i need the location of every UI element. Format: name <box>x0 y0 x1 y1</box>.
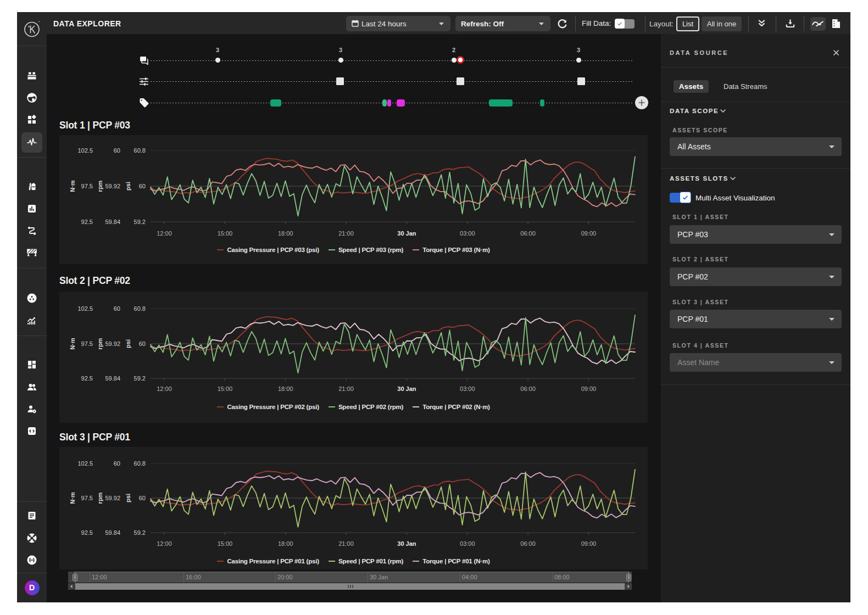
svg-text:102.5: 102.5 <box>77 460 93 467</box>
svg-text:59.2: 59.2 <box>134 375 146 382</box>
svg-text:59.92: 59.92 <box>105 340 120 347</box>
svg-text:N·m: N·m <box>69 180 76 192</box>
svg-text:59.84: 59.84 <box>105 375 120 382</box>
svg-text:102.5: 102.5 <box>77 305 93 312</box>
svg-text:N·m: N·m <box>69 492 76 504</box>
svg-text:59.92: 59.92 <box>105 495 120 501</box>
svg-text:psi: psi <box>125 494 131 502</box>
svg-text:18:00: 18:00 <box>278 230 293 237</box>
svg-text:03:00: 03:00 <box>460 540 475 547</box>
svg-text:30 Jan: 30 Jan <box>397 385 416 392</box>
svg-text:97.5: 97.5 <box>81 183 93 189</box>
svg-text:N·m: N·m <box>69 338 76 350</box>
svg-text:psi: psi <box>125 182 131 191</box>
svg-text:21:00: 21:00 <box>338 540 354 547</box>
svg-text:60.8: 60.8 <box>134 305 146 312</box>
svg-text:97.5: 97.5 <box>81 495 93 501</box>
svg-text:18:00: 18:00 <box>278 385 293 392</box>
svg-text:06:00: 06:00 <box>520 385 536 392</box>
svg-text:21:00: 21:00 <box>338 230 354 237</box>
svg-text:102.5: 102.5 <box>77 147 93 154</box>
svg-text:psi: psi <box>125 339 131 348</box>
svg-text:60: 60 <box>114 460 120 467</box>
svg-text:60.8: 60.8 <box>134 460 146 467</box>
svg-text:09:00: 09:00 <box>581 540 597 547</box>
svg-text:60: 60 <box>139 183 146 189</box>
svg-text:21:00: 21:00 <box>338 385 354 392</box>
svg-text:60: 60 <box>114 147 120 154</box>
svg-text:12:00: 12:00 <box>157 230 172 237</box>
svg-text:60: 60 <box>139 340 146 347</box>
svg-text:60: 60 <box>139 495 146 501</box>
svg-text:18:00: 18:00 <box>278 540 293 547</box>
svg-text:12:00: 12:00 <box>157 540 172 547</box>
svg-text:rpm: rpm <box>97 338 103 349</box>
svg-text:06:00: 06:00 <box>520 230 536 237</box>
svg-text:15:00: 15:00 <box>218 540 233 547</box>
svg-text:59.2: 59.2 <box>134 529 146 536</box>
svg-text:09:00: 09:00 <box>581 385 597 392</box>
svg-text:59.2: 59.2 <box>134 219 146 225</box>
svg-text:rpm: rpm <box>97 180 103 192</box>
svg-text:09:00: 09:00 <box>581 230 597 237</box>
svg-text:60.8: 60.8 <box>134 147 146 154</box>
svg-text:59.84: 59.84 <box>105 219 120 225</box>
svg-text:97.5: 97.5 <box>81 340 93 347</box>
svg-text:30 Jan: 30 Jan <box>397 230 416 237</box>
svg-text:30 Jan: 30 Jan <box>397 540 416 547</box>
svg-text:59.84: 59.84 <box>105 529 120 536</box>
svg-text:rpm: rpm <box>97 492 103 504</box>
svg-text:03:00: 03:00 <box>460 385 475 392</box>
svg-text:15:00: 15:00 <box>218 230 233 237</box>
svg-text:15:00: 15:00 <box>218 385 233 392</box>
svg-text:60: 60 <box>114 305 120 312</box>
svg-text:03:00: 03:00 <box>460 230 475 237</box>
svg-text:92.5: 92.5 <box>81 219 93 225</box>
svg-text:92.5: 92.5 <box>81 375 93 382</box>
svg-text:59.92: 59.92 <box>105 183 120 189</box>
svg-text:92.5: 92.5 <box>81 529 93 536</box>
svg-text:06:00: 06:00 <box>520 540 536 547</box>
svg-text:12:00: 12:00 <box>157 385 172 392</box>
